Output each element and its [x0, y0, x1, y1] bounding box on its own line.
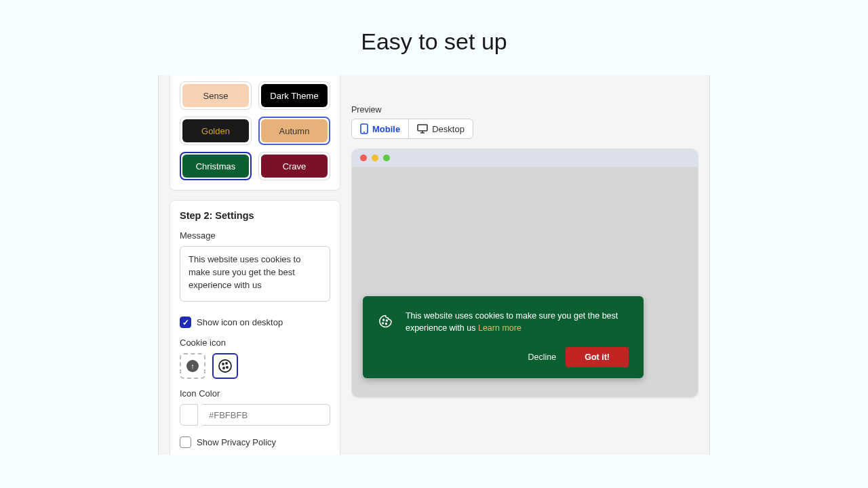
icon-color-swatch[interactable]	[180, 404, 198, 426]
theme-card: Sense Dark Theme Golden Autumn Christmas…	[170, 75, 340, 190]
cookie-icon	[378, 310, 393, 333]
theme-option-autumn[interactable]: Autumn	[258, 117, 330, 145]
svg-point-4	[226, 367, 228, 368]
svg-rect-7	[418, 125, 427, 131]
preview-screen: This website uses cookies to make sure y…	[352, 167, 698, 397]
theme-label: Sense	[203, 91, 229, 101]
svg-point-1	[222, 363, 224, 365]
svg-point-3	[223, 367, 224, 369]
preview-toggle: Mobile Desktop	[351, 119, 473, 139]
show-privacy-label: Show Privacy Policy	[197, 437, 276, 447]
window-min-dot	[372, 155, 378, 161]
banner-text: This website uses cookies to make sure y…	[406, 310, 629, 336]
theme-label: Christmas	[196, 161, 236, 171]
theme-label: Dark Theme	[270, 91, 318, 101]
icon-color-label: Icon Color	[180, 388, 330, 399]
cookie-icon	[217, 358, 233, 374]
message-input[interactable]	[180, 246, 330, 302]
preview-mobile-tab[interactable]: Mobile	[352, 119, 409, 138]
theme-label: Crave	[283, 161, 307, 171]
page-title: Easy to set up	[0, 0, 868, 75]
svg-point-2	[226, 363, 227, 364]
theme-option-dark[interactable]: Dark Theme	[258, 81, 330, 110]
theme-label: Golden	[201, 126, 230, 136]
theme-option-golden[interactable]: Golden	[180, 117, 252, 145]
cookie-icon-label: Cookie icon	[180, 338, 330, 348]
upload-icon-option[interactable]: ↑	[180, 353, 205, 379]
preview-desktop-tab[interactable]: Desktop	[409, 119, 473, 138]
app-container: Sense Dark Theme Golden Autumn Christmas…	[158, 75, 710, 455]
theme-option-crave[interactable]: Crave	[258, 152, 330, 180]
mobile-icon	[360, 123, 368, 134]
icon-color-input[interactable]	[202, 404, 330, 426]
preview-desktop-label: Desktop	[432, 124, 465, 134]
svg-point-11	[382, 322, 384, 323]
theme-option-christmas[interactable]: Christmas	[180, 152, 252, 180]
preview-mobile-label: Mobile	[372, 124, 400, 134]
theme-label: Autumn	[279, 126, 310, 136]
accept-button[interactable]: Got it!	[566, 347, 629, 367]
theme-option-sense[interactable]: Sense	[180, 81, 252, 110]
window-max-dot	[383, 155, 390, 161]
show-icon-label: Show icon on desktop	[197, 317, 283, 327]
window-titlebar	[352, 149, 698, 167]
svg-point-10	[383, 319, 384, 321]
show-privacy-checkbox[interactable]	[180, 436, 191, 448]
preview-frame: This website uses cookies to make sure y…	[351, 148, 698, 398]
svg-point-0	[219, 360, 231, 372]
upload-icon: ↑	[186, 360, 199, 372]
preview-label: Preview	[351, 105, 698, 115]
svg-point-13	[386, 320, 387, 321]
settings-card: Step 2: Settings Message Show icon on de…	[170, 200, 340, 455]
cookie-icon-option[interactable]	[212, 353, 238, 379]
cookie-banner: This website uses cookies to make sure y…	[363, 296, 644, 379]
step2-title: Step 2: Settings	[180, 210, 330, 221]
message-label: Message	[180, 230, 330, 241]
learn-more-link[interactable]: Learn more	[478, 323, 521, 333]
desktop-icon	[417, 124, 428, 134]
window-close-dot	[360, 155, 367, 161]
decline-button[interactable]: Decline	[528, 352, 557, 362]
show-icon-checkbox[interactable]	[180, 317, 191, 328]
svg-point-12	[385, 323, 387, 324]
